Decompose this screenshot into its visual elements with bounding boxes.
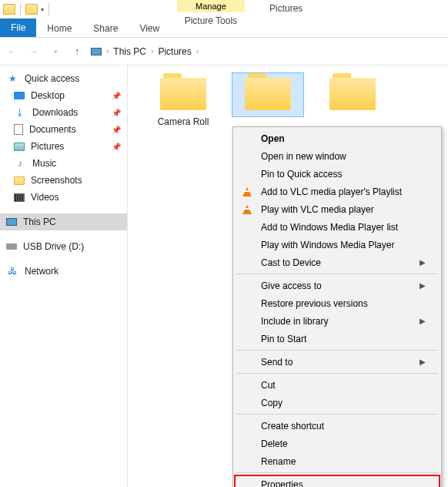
- menu-item[interactable]: Play with Windows Media Player: [235, 236, 440, 254]
- menu-item-label: Play with Windows Media Player: [261, 240, 394, 250]
- chevron-right-icon: ▶: [420, 281, 426, 290]
- download-icon: ⭳: [14, 106, 26, 119]
- menu-item[interactable]: Pin to Start: [235, 330, 440, 348]
- chevron-right-icon[interactable]: ›: [196, 47, 199, 55]
- star-icon: ★: [6, 72, 18, 85]
- window-title: Pictures: [269, 3, 303, 14]
- folder-icon: [160, 73, 206, 110]
- menu-item[interactable]: Delete: [235, 435, 440, 452]
- usb-icon: [6, 244, 17, 250]
- desktop-icon: [14, 92, 25, 99]
- tab-share[interactable]: Share: [82, 20, 129, 37]
- sidebar-item-screenshots[interactable]: Screenshots: [0, 172, 127, 189]
- chevron-right-icon: ▶: [420, 258, 426, 267]
- qat-button[interactable]: [25, 4, 38, 15]
- file-tab[interactable]: File: [0, 18, 36, 37]
- menu-item-label: Add to VLC media player's Playlist: [261, 186, 402, 197]
- sidebar-item-downloads[interactable]: ⭳Downloads📌: [0, 104, 127, 121]
- pin-icon: 📌: [112, 126, 121, 134]
- sidebar-usb-drive[interactable]: USB Drive (D:): [0, 238, 127, 255]
- chevron-right-icon: ▶: [420, 317, 426, 325]
- menu-item-label: Create shortcut: [261, 421, 324, 432]
- sidebar-item-videos[interactable]: Videos: [0, 189, 127, 206]
- menu-item[interactable]: Create shortcut: [235, 417, 440, 435]
- recent-locations-dropdown[interactable]: ▾: [48, 44, 63, 59]
- menu-item-label: Give access to: [261, 280, 322, 291]
- menu-item[interactable]: Give access to▶: [235, 277, 440, 294]
- menu-separator: [236, 414, 438, 415]
- menu-item[interactable]: Play with VLC media player: [235, 200, 440, 218]
- sidebar-item-music[interactable]: ♪Music: [0, 155, 127, 172]
- contextual-group-label: Manage: [177, 0, 245, 12]
- sidebar-item-pictures[interactable]: Pictures📌: [0, 138, 127, 155]
- sidebar-label: Desktop: [31, 90, 65, 101]
- menu-item-label: Delete: [261, 438, 288, 449]
- menu-separator: [236, 373, 438, 374]
- folder-icon: [329, 73, 376, 110]
- qat-dropdown-icon[interactable]: ▾: [41, 6, 44, 13]
- network-icon: 🖧: [6, 265, 18, 277]
- up-button[interactable]: ↑: [69, 44, 85, 59]
- menu-item[interactable]: Properties: [235, 475, 440, 487]
- folder-label: Camera Roll: [158, 116, 209, 127]
- menu-item-label: Add to Windows Media Player list: [261, 222, 398, 233]
- folder-item[interactable]: Camera Roll: [148, 73, 219, 127]
- pin-icon: 📌: [112, 143, 121, 151]
- back-button[interactable]: ←: [5, 44, 20, 59]
- menu-item[interactable]: Send to▶: [235, 353, 440, 371]
- menu-item-label: Cut: [261, 380, 276, 391]
- sidebar-label: Documents: [29, 124, 76, 135]
- tab-picture-tools[interactable]: Picture Tools: [180, 12, 242, 29]
- menu-item[interactable]: Pin to Quick access: [235, 165, 440, 183]
- chevron-right-icon[interactable]: ›: [151, 47, 153, 55]
- context-menu: OpenOpen in new windowPin to Quick acces…: [232, 126, 442, 487]
- sidebar-label: Screenshots: [31, 175, 82, 186]
- sidebar-label: Music: [32, 158, 56, 169]
- menu-item[interactable]: Open: [235, 129, 440, 147]
- menu-item-label: Play with VLC media player: [261, 204, 374, 215]
- sidebar-item-documents[interactable]: Documents📌: [0, 121, 127, 138]
- sidebar-label: USB Drive (D:): [23, 241, 84, 252]
- menu-separator: [236, 274, 438, 274]
- breadcrumb-item[interactable]: This PC: [113, 46, 146, 57]
- sidebar-label: Network: [25, 266, 59, 277]
- tab-view[interactable]: View: [129, 20, 170, 37]
- menu-item-label: Restore previous versions: [261, 298, 368, 309]
- forward-button[interactable]: →: [26, 44, 42, 59]
- video-icon: [14, 193, 25, 202]
- menu-item[interactable]: Add to VLC media player's Playlist: [235, 183, 440, 200]
- chevron-right-icon[interactable]: ›: [106, 47, 109, 55]
- tab-home[interactable]: Home: [36, 20, 82, 37]
- breadcrumb[interactable]: › This PC › Pictures ›: [91, 46, 199, 57]
- app-icon: [3, 4, 15, 15]
- menu-item-label: Rename: [261, 456, 296, 467]
- sidebar-quick-access[interactable]: ★ Quick access: [0, 70, 127, 87]
- menu-item-label: Pin to Quick access: [261, 169, 342, 180]
- menu-item-label: Include in library: [261, 316, 328, 327]
- menu-item[interactable]: Copy: [235, 394, 440, 411]
- sidebar-this-pc[interactable]: This PC: [0, 213, 127, 230]
- menu-item-label: Send to: [261, 357, 293, 368]
- sidebar-label: Downloads: [32, 107, 78, 118]
- contextual-tab-group: Manage Picture Tools: [177, 0, 245, 29]
- menu-item[interactable]: Cut: [235, 376, 440, 394]
- document-icon: [14, 124, 23, 135]
- folder-item[interactable]: [317, 73, 388, 116]
- menu-item[interactable]: Restore previous versions: [235, 294, 440, 312]
- menu-separator: [236, 350, 438, 351]
- sidebar-item-desktop[interactable]: Desktop📌: [0, 87, 127, 104]
- pc-icon: [6, 218, 17, 226]
- menu-item[interactable]: Cast to Device▶: [235, 254, 440, 271]
- menu-item[interactable]: Rename: [235, 452, 440, 470]
- folder-item[interactable]: [232, 73, 303, 116]
- breadcrumb-item[interactable]: Pictures: [158, 46, 191, 57]
- menu-item[interactable]: Open in new window: [235, 147, 440, 165]
- folder-icon: [245, 73, 291, 110]
- navigation-bar: ← → ▾ ↑ › This PC › Pictures ›: [0, 38, 448, 65]
- sidebar-label: Videos: [31, 192, 59, 203]
- music-icon: ♪: [14, 157, 26, 170]
- menu-item[interactable]: Add to Windows Media Player list: [235, 218, 440, 236]
- sidebar-network[interactable]: 🖧Network: [0, 263, 127, 280]
- menu-item-label: Pin to Start: [261, 334, 306, 344]
- menu-item[interactable]: Include in library▶: [235, 312, 440, 330]
